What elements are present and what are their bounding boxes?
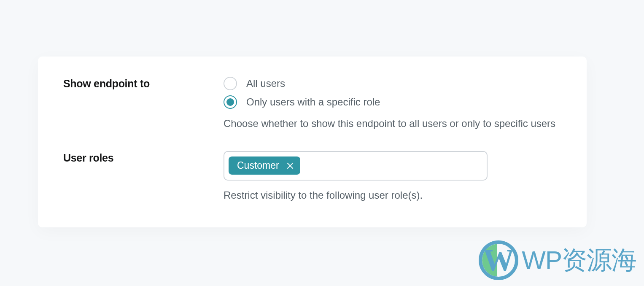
watermark-text: WP资源海 [522, 243, 636, 278]
radio-specific-role[interactable]: Only users with a specific role [224, 95, 561, 109]
settings-card: Show endpoint to All users Only users wi… [38, 57, 587, 227]
show-endpoint-help: Choose whether to show this endpoint to … [224, 116, 561, 131]
watermark-logo: W [479, 240, 518, 280]
close-icon [287, 162, 294, 169]
radio-icon-selected [224, 95, 237, 109]
radio-specific-role-label: Only users with a specific role [246, 96, 380, 108]
show-endpoint-label: Show endpoint to [63, 78, 224, 90]
user-roles-help: Restrict visibility to the following use… [224, 188, 561, 202]
radio-inner-dot [226, 98, 234, 106]
control-column: All users Only users with a specific rol… [224, 77, 561, 131]
role-tag-customer: Customer [229, 156, 300, 175]
radio-icon [224, 77, 237, 90]
radio-all-users[interactable]: All users [224, 77, 561, 90]
radio-all-users-label: All users [246, 78, 285, 89]
setting-row-user-roles: User roles Customer Restrict visibility … [63, 151, 561, 202]
user-roles-input[interactable]: Customer [224, 151, 488, 181]
role-tag-label: Customer [237, 160, 279, 171]
label-column: Show endpoint to [63, 77, 224, 90]
setting-row-show-endpoint: Show endpoint to All users Only users wi… [63, 77, 561, 131]
watermark: W WP资源海 [479, 240, 636, 280]
user-roles-label: User roles [63, 152, 224, 164]
remove-tag-button[interactable] [287, 162, 294, 169]
label-column: User roles [63, 151, 224, 164]
control-column: Customer Restrict visibility to the foll… [224, 151, 561, 202]
